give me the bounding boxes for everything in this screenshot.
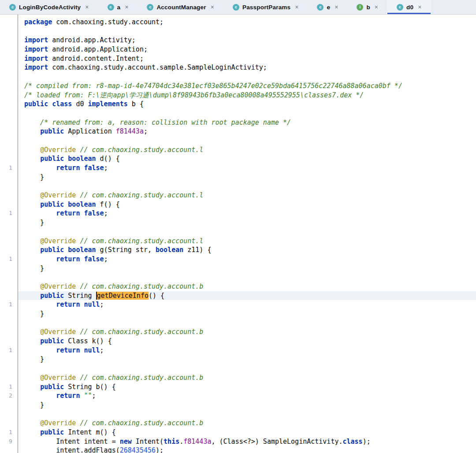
code-line[interactable]: @Override // com.chaoxing.study.account.… xyxy=(0,145,476,155)
editor-tab-bar: cLoginByCodeActivity×ca×cAccountManager×… xyxy=(0,0,476,15)
tab-close-icon[interactable]: × xyxy=(211,4,214,10)
tab-label: a xyxy=(117,4,121,11)
code-line-text: public Intent m() { xyxy=(18,428,476,437)
code-line[interactable]: public Application f81443a; xyxy=(0,127,476,136)
code-line[interactable]: import android.app.Application; xyxy=(0,45,476,54)
gutter-number xyxy=(0,401,18,410)
code-line[interactable]: intent.addFlags(268435456); xyxy=(0,446,476,453)
code-line[interactable]: import android.content.Intent; xyxy=(0,54,476,63)
code-line[interactable] xyxy=(0,410,476,419)
code-line[interactable] xyxy=(0,319,476,328)
tab-label: b xyxy=(366,4,370,11)
tab-LoginByCodeActivity[interactable]: cLoginByCodeActivity× xyxy=(0,0,98,14)
code-line[interactable]: } xyxy=(0,218,476,227)
code-line-text: @Override // com.chaoxing.study.account.… xyxy=(18,373,476,382)
code-line-text xyxy=(18,227,476,237)
gutter-number xyxy=(0,309,18,319)
code-line[interactable]: /* loaded from: F:\逆向app\学习通\dump\8f9894… xyxy=(0,91,476,100)
code-line[interactable]: @Override // com.chaoxing.study.account.… xyxy=(0,237,476,246)
code-line[interactable]: } xyxy=(0,309,476,319)
code-line[interactable]: public Class k() { xyxy=(0,337,476,346)
class-icon: c xyxy=(9,4,16,11)
tab-label: AccountManager xyxy=(156,4,206,11)
code-line[interactable]: 1 return null; xyxy=(0,300,476,309)
code-line-text: /* loaded from: F:\逆向app\学习通\dump\8f9894… xyxy=(18,91,476,100)
code-line[interactable]: public boolean f() { xyxy=(0,200,476,209)
code-line[interactable]: 1 public Intent m() { xyxy=(0,428,476,437)
code-line[interactable]: } xyxy=(0,355,476,364)
code-line-text xyxy=(18,273,476,282)
code-line[interactable]: 2 return ""; xyxy=(0,391,476,401)
code-line[interactable]: @Override // com.chaoxing.study.account.… xyxy=(0,191,476,200)
code-line[interactable]: 9 Intent intent = new Intent(this.f81443… xyxy=(0,437,476,446)
code-line[interactable]: @Override // com.chaoxing.study.account.… xyxy=(0,419,476,428)
code-line-text: } xyxy=(18,401,476,410)
tab-e[interactable]: ce× xyxy=(308,0,347,14)
code-line[interactable]: import com.chaoxing.study.account.sample… xyxy=(0,63,476,72)
code-line[interactable]: 1 return false; xyxy=(0,255,476,264)
gutter-number: 1 xyxy=(0,382,18,392)
code-line[interactable]: @Override // com.chaoxing.study.account.… xyxy=(0,282,476,291)
code-line[interactable]: 1 return null; xyxy=(0,346,476,355)
code-line[interactable]: } xyxy=(0,173,476,182)
gutter-number xyxy=(0,145,18,155)
tab-close-icon[interactable]: × xyxy=(125,4,128,10)
code-line[interactable]: public String getDeviceInfo() { xyxy=(0,291,476,301)
code-line[interactable]: package com.chaoxing.study.account; xyxy=(0,18,476,27)
code-line-text: } xyxy=(18,173,476,182)
tab-close-icon[interactable]: × xyxy=(295,4,298,10)
code-editor[interactable]: package com.chaoxing.study.account; impo… xyxy=(0,15,476,453)
code-line[interactable]: } xyxy=(0,264,476,273)
code-line[interactable] xyxy=(0,72,476,82)
code-line[interactable]: public boolean g(String str, boolean z11… xyxy=(0,245,476,255)
code-line[interactable] xyxy=(0,136,476,145)
code-line-text: public Class k() { xyxy=(18,337,476,346)
gutter-number xyxy=(0,291,18,301)
code-line[interactable] xyxy=(0,273,476,282)
class-icon: c xyxy=(397,4,403,11)
code-area[interactable]: package com.chaoxing.study.account; impo… xyxy=(0,18,476,453)
class-icon: c xyxy=(147,4,153,11)
code-line[interactable]: 1 return false; xyxy=(0,163,476,173)
code-line[interactable]: @Override // com.chaoxing.study.account.… xyxy=(0,373,476,382)
code-line-text xyxy=(18,182,476,191)
code-line-text: import android.app.Application; xyxy=(18,45,476,54)
code-line[interactable] xyxy=(0,109,476,118)
gutter-number: 1 xyxy=(0,209,18,218)
code-line[interactable]: } xyxy=(0,401,476,410)
code-line-text xyxy=(18,364,476,373)
code-line-text: @Override // com.chaoxing.study.account.… xyxy=(18,237,476,246)
tab-PassportParams[interactable]: cPassportParams× xyxy=(223,0,308,14)
gutter-number: 1 xyxy=(0,300,18,309)
code-line[interactable]: 1 return false; xyxy=(0,209,476,218)
class-icon: c xyxy=(233,4,239,11)
tab-AccountManager[interactable]: cAccountManager× xyxy=(138,0,223,14)
tab-a[interactable]: ca× xyxy=(98,0,138,14)
code-line-text xyxy=(18,410,476,419)
gutter-number xyxy=(0,45,18,54)
code-line[interactable]: public boolean d() { xyxy=(0,154,476,163)
code-line[interactable]: public class d0 implements b { xyxy=(0,100,476,109)
code-line[interactable]: 1 public String b() { xyxy=(0,382,476,392)
gutter-number: 1 xyxy=(0,255,18,264)
gutter-number xyxy=(0,337,18,346)
code-line-text: /* compiled from: r8-map-id-4e74704dc34e… xyxy=(18,82,476,91)
code-line[interactable] xyxy=(0,27,476,36)
code-line-text: import com.chaoxing.study.account.sample… xyxy=(18,63,476,72)
code-line[interactable] xyxy=(0,227,476,237)
code-line[interactable]: @Override // com.chaoxing.study.account.… xyxy=(0,327,476,337)
code-line[interactable] xyxy=(0,182,476,191)
tab-close-icon[interactable]: × xyxy=(418,4,421,10)
tab-close-icon[interactable]: × xyxy=(85,4,89,10)
code-line[interactable] xyxy=(0,364,476,373)
code-line[interactable]: import android.app.Activity; xyxy=(0,36,476,45)
code-line-text xyxy=(18,72,476,82)
tab-b[interactable]: ib× xyxy=(347,0,387,14)
code-line[interactable]: /* renamed from: a, reason: collision wi… xyxy=(0,118,476,127)
tab-close-icon[interactable]: × xyxy=(335,4,338,10)
code-line[interactable]: /* compiled from: r8-map-id-4e74704dc34e… xyxy=(0,82,476,91)
tab-close-icon[interactable]: × xyxy=(375,4,378,10)
gutter-number xyxy=(0,446,18,453)
tab-d0[interactable]: cd0× xyxy=(387,0,431,14)
code-line-text: public boolean g(String str, boolean z11… xyxy=(18,245,476,255)
